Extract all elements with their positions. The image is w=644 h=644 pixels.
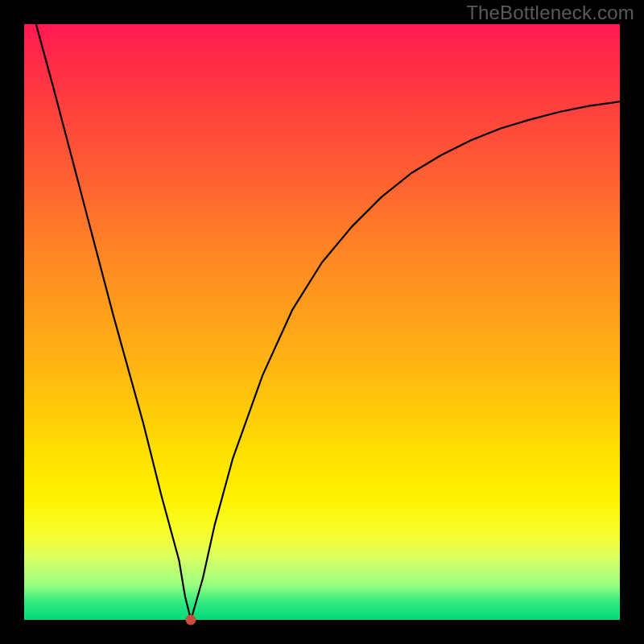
plot-area: [24, 24, 620, 620]
chart-frame: TheBottleneck.com: [0, 0, 644, 644]
minimum-point-marker: [186, 615, 196, 625]
bottleneck-curve: [24, 24, 620, 620]
watermark-text: TheBottleneck.com: [466, 2, 634, 24]
